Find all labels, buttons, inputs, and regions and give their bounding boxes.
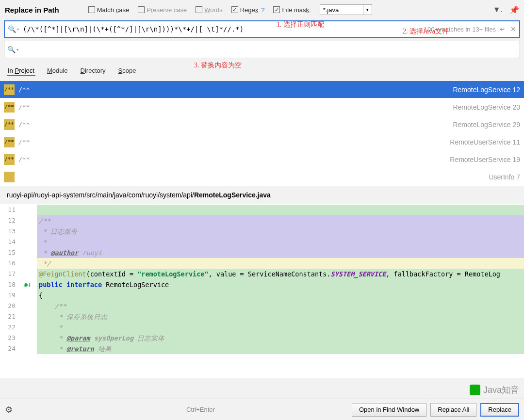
regex-help-icon[interactable]: ? xyxy=(261,6,264,14)
result-icon: /** xyxy=(4,154,15,165)
code-line: public interface RemoteLogService xyxy=(37,279,524,290)
preserve-case-checkbox[interactable]: Preserve case xyxy=(138,6,187,14)
code-preview: 1112131415161718192021222324 ◉↓ /** * 日志… xyxy=(0,204,524,378)
result-file: RemoteLogService 20 xyxy=(453,103,520,111)
code-line: { xyxy=(37,290,524,301)
code-line: * 保存系统日志 xyxy=(37,311,524,322)
result-file: RemoteLogService 29 xyxy=(453,121,520,129)
scope-tabs: In ProjectModuleDirectoryScope xyxy=(0,61,524,81)
result-text: /** xyxy=(18,156,30,163)
clear-icon[interactable]: ✕ xyxy=(510,25,516,33)
regex-checkbox[interactable]: Regex? xyxy=(231,6,265,14)
newline-icon[interactable]: ↵ xyxy=(500,25,506,33)
words-checkbox[interactable]: Words xyxy=(196,6,222,14)
code-line: * xyxy=(37,322,524,333)
replace-icon: 🔍 xyxy=(7,46,16,53)
filemask-input[interactable] xyxy=(320,4,363,15)
shortcut-hint: Ctrl+Enter xyxy=(186,406,215,413)
result-row[interactable]: /** /** RemoteLogService 20 xyxy=(0,98,524,116)
result-text: /** xyxy=(18,138,30,145)
result-file: RemoteUserService 11 xyxy=(450,138,520,146)
scope-tab-scope[interactable]: Scope xyxy=(117,66,137,76)
code-line: /** xyxy=(37,215,524,226)
bottom-bar: ⚙ Ctrl+Enter Open in Find Window Replace… xyxy=(0,399,524,420)
filemask-dropdown-icon[interactable]: ▾ xyxy=(363,4,372,15)
code-line: * 日志服务 xyxy=(37,226,524,237)
code-line: * @param sysOperLog 日志实体 xyxy=(37,333,524,343)
result-row[interactable]: /** /** RemoteUserService 11 xyxy=(0,133,524,151)
watermark: Java知音 xyxy=(470,384,519,396)
replace-button[interactable]: Replace xyxy=(480,403,519,417)
replace-all-button[interactable]: Replace All xyxy=(430,403,476,417)
filemask-checkbox[interactable]: File mask: xyxy=(273,6,311,14)
scope-tab-in-project[interactable]: In Project xyxy=(7,66,35,76)
search-field-container: 🔍 ▾ 100+ matches in 13+ files ↵ ✕ xyxy=(4,20,520,38)
path-file: RemoteLogService.java xyxy=(194,191,271,199)
file-path-bar: ruoyi-api/ruoyi-api-system/src/main/java… xyxy=(0,186,524,204)
results-list: /** /** RemoteLogService 12/** /** Remot… xyxy=(0,81,524,186)
result-icon xyxy=(4,172,15,182)
result-text: /** xyxy=(18,86,30,93)
code-line: /** xyxy=(37,301,524,311)
watermark-icon xyxy=(470,385,480,395)
search-history-dropdown[interactable]: ▾ xyxy=(17,27,19,32)
result-row[interactable]: UserInfo 7 xyxy=(0,168,524,186)
result-row[interactable]: /** /** RemoteUserService 19 xyxy=(0,151,524,168)
result-icon: /** xyxy=(4,84,15,95)
result-icon: /** xyxy=(4,119,15,130)
search-icon: 🔍 xyxy=(8,25,16,33)
result-icon: /** xyxy=(4,102,15,113)
result-icon: /** xyxy=(4,137,15,147)
result-file: UserInfo 7 xyxy=(489,173,520,181)
result-file: RemoteUserService 19 xyxy=(450,156,520,163)
match-case-checkbox[interactable]: Match case xyxy=(88,6,129,14)
code-line: */ xyxy=(37,258,524,269)
filter-icon[interactable]: ▼. xyxy=(493,5,503,15)
result-text: /** xyxy=(18,103,30,111)
result-row[interactable]: /** /** RemoteLogService 12 xyxy=(0,81,524,98)
code-line: @FeignClient(contextId = "remoteLogServi… xyxy=(37,269,524,279)
result-text: /** xyxy=(18,121,30,128)
scope-tab-directory[interactable]: Directory xyxy=(80,66,107,76)
replace-history-dropdown[interactable]: ▾ xyxy=(16,48,18,52)
match-count: 100+ matches in 13+ files xyxy=(424,26,496,33)
code-line: * @return 结果 xyxy=(37,343,524,354)
result-file: RemoteLogService 12 xyxy=(453,86,520,94)
open-in-find-window-button[interactable]: Open in Find Window xyxy=(352,403,426,417)
dialog-title: Replace in Path xyxy=(5,6,59,14)
replace-input[interactable] xyxy=(22,46,517,53)
pin-icon[interactable]: 📌 xyxy=(509,5,519,15)
title-bar: Replace in Path Match case Preserve case… xyxy=(0,0,524,19)
code-line xyxy=(37,205,524,215)
replace-field-container: 🔍 ▾ xyxy=(4,41,520,58)
settings-icon[interactable]: ⚙ xyxy=(5,404,13,415)
path-dirs: ruoyi-api/ruoyi-api-system/src/main/java… xyxy=(7,191,194,199)
result-row[interactable]: /** /** RemoteLogService 29 xyxy=(0,116,524,133)
scope-tab-module[interactable]: Module xyxy=(46,66,69,76)
code-line: * xyxy=(37,237,524,247)
code-line: * @author ruoyi xyxy=(37,247,524,258)
search-input[interactable] xyxy=(23,25,424,33)
